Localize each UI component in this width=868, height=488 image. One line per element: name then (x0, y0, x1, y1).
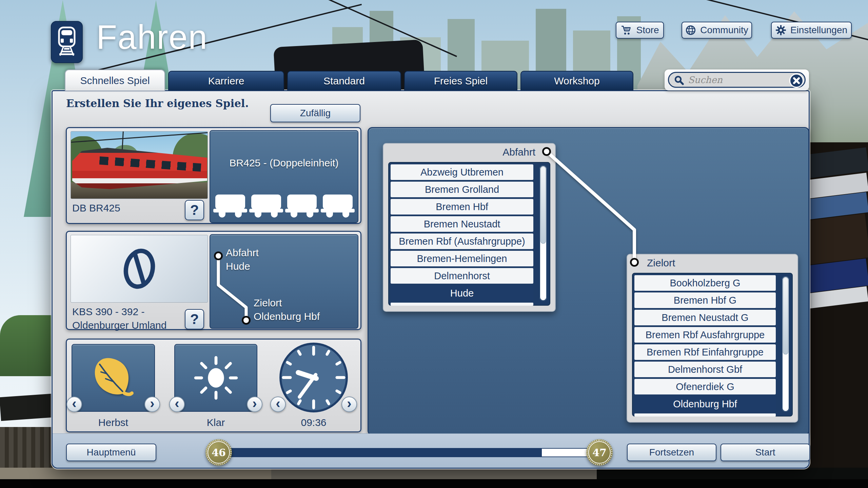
time-clock[interactable] (278, 342, 349, 413)
route-help-button[interactable]: ? (185, 309, 204, 329)
settings-button[interactable]: Einstellungen (771, 22, 852, 39)
scrollbar-thumb[interactable] (783, 277, 788, 354)
destination-panel-title: Zielort (647, 257, 675, 269)
level-progress-fill (219, 449, 542, 456)
list-item[interactable]: Bremen Rbf Ausfahrgruppe (634, 327, 776, 343)
wagon-icon (322, 195, 354, 218)
list-item[interactable]: Bremen Grolland (391, 182, 533, 197)
page-heading: Erstellen Sie Ihr eigenes Spiel. (66, 97, 249, 109)
departure-node (214, 251, 223, 260)
tab-workshop[interactable]: Workshop (520, 71, 633, 90)
departure-scrollbar[interactable] (539, 165, 547, 301)
list-item[interactable]: Bremen Rbf (Ausfahrgruppe) (391, 233, 533, 249)
train-name-label: DB BR425 (72, 201, 120, 215)
search-input[interactable] (687, 74, 788, 85)
route-photo-placeholder (71, 235, 208, 303)
tab-karriere[interactable]: Karriere (168, 71, 284, 90)
list-item[interactable]: Bremen Neustadt G (634, 310, 776, 325)
page-title: Fahren (96, 18, 208, 57)
sun-icon (191, 352, 241, 403)
level-progress-bar (218, 448, 599, 457)
weather-label: Klar (174, 417, 257, 428)
train-help-button[interactable]: ? (185, 200, 204, 220)
tab-schnelles-spiel[interactable]: Schnelles Spiel (65, 69, 165, 91)
destination-station-panel: Zielort Bookholzberg GBremen Hbf GBremen… (627, 254, 798, 423)
list-item[interactable]: Bremen Hbf (391, 199, 533, 215)
season-prev-button[interactable]: ‹ (66, 396, 82, 412)
level-badge-current: 46 (205, 439, 232, 466)
list-item[interactable]: Ofenerdiek G (634, 379, 776, 394)
leaf-icon (88, 352, 139, 403)
route-name-label: KBS 390 - 392 - Oldenburger Umland (72, 305, 184, 332)
search-clear-button[interactable] (789, 74, 804, 88)
list-item[interactable]: Bremen Hbf G (634, 292, 776, 308)
list-item[interactable]: Bremen Neustadt (391, 216, 533, 232)
train-card[interactable]: DB BR425 ? BR425 - (Doppeleinheit) (66, 127, 361, 224)
list-item[interactable]: Hude (391, 285, 533, 301)
random-button[interactable]: Zufällig (270, 104, 360, 122)
search-field[interactable] (668, 72, 806, 88)
destination-node (242, 316, 251, 325)
departure-list: Abzweig UtbremenBremen GrollandBremen Hb… (388, 162, 550, 306)
departure-panel-title: Abfahrt (502, 146, 535, 158)
departure-label: Abfahrt (226, 247, 259, 259)
resume-button[interactable]: Fortsetzen (627, 444, 716, 461)
season-next-button[interactable]: › (144, 396, 160, 412)
destination-scrollbar[interactable] (782, 276, 789, 412)
gear-icon (775, 25, 786, 36)
list-item[interactable]: Delmenhorst Gbf (634, 362, 776, 377)
store-label: Store (636, 25, 659, 36)
tab-standard[interactable]: Standard (287, 71, 401, 90)
train-icon (56, 26, 78, 58)
list-item[interactable]: Abzweig Utbremen (391, 164, 533, 180)
list-item-partial (634, 413, 776, 416)
weather-next-button[interactable]: › (247, 396, 262, 412)
consist-panel[interactable]: BR425 - (Doppeleinheit) (210, 130, 358, 223)
list-item[interactable]: Bremen-Hemelingen (391, 251, 533, 266)
list-item[interactable]: Bookholzberg G (634, 275, 776, 291)
departure-station-panel: Abfahrt Abzweig UtbremenBremen GrollandB… (383, 143, 556, 312)
tab-freies-spiel[interactable]: Freies Spiel (404, 71, 517, 90)
tab-bar: Schnelles SpielKarriereStandardFreies Sp… (65, 70, 633, 91)
wagon-row (214, 195, 354, 218)
quick-drive-dialog: Erstellen Sie Ihr eigenes Spiel. Zufälli… (52, 90, 810, 469)
consist-label: BR425 - (Doppeleinheit) (210, 157, 358, 169)
close-icon (792, 77, 801, 85)
destination-list: Bookholzberg GBremen Hbf GBremen Neustad… (632, 273, 793, 416)
list-item-partial (391, 303, 533, 306)
community-label: Community (700, 25, 748, 36)
app-logo (51, 21, 83, 63)
no-entry-icon (117, 242, 161, 296)
list-item[interactable]: Delmenhorst (391, 268, 533, 284)
main-menu-button[interactable]: Hauptmenü (66, 444, 156, 461)
weather-tile[interactable] (174, 344, 257, 412)
departure-value: Hude (226, 261, 250, 272)
level-badge-next: 47 (586, 439, 613, 466)
settings-label: Einstellungen (790, 25, 847, 36)
search-icon (674, 75, 684, 85)
route-card[interactable]: KBS 390 - 392 - Oldenburger Umland ? Abf… (66, 231, 361, 330)
time-label: 09:36 (278, 417, 349, 428)
scrollbar-thumb[interactable] (540, 166, 546, 244)
destination-label: Zielort (254, 297, 282, 309)
season-tile[interactable] (72, 344, 155, 412)
destination-connection-node (630, 258, 639, 267)
search-container (665, 69, 809, 90)
time-prev-button[interactable]: ‹ (270, 396, 286, 412)
wagon-icon (214, 195, 246, 218)
train-photo (71, 131, 208, 199)
station-selection-panel: Abfahrt Abzweig UtbremenBremen GrollandB… (368, 127, 809, 435)
route-preview-panel[interactable]: Abfahrt Hude Zielort Oldenburg Hbf (210, 234, 358, 329)
list-item[interactable]: Bremen Rbf Einfahrgruppe (634, 344, 776, 360)
time-next-button[interactable]: › (341, 396, 357, 412)
list-item[interactable]: Oldenburg Hbf (634, 396, 776, 412)
weather-prev-button[interactable]: ‹ (169, 396, 185, 412)
destination-value: Oldenburg Hbf (254, 311, 320, 322)
screen: Fahren Store Community (0, 0, 868, 488)
wagon-icon (286, 195, 318, 218)
community-button[interactable]: Community (682, 22, 752, 39)
wagon-icon (250, 195, 282, 218)
start-button[interactable]: Start (721, 444, 810, 461)
store-button[interactable]: Store (616, 22, 664, 39)
globe-icon (685, 25, 696, 36)
